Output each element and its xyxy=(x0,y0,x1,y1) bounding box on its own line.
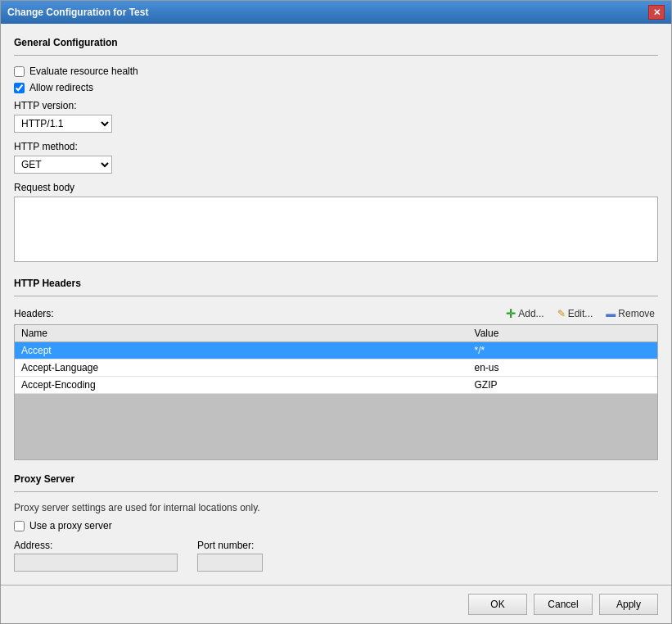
use-proxy-label: Use a proxy server xyxy=(29,520,112,531)
proxy-fields: Address: Port number: xyxy=(14,540,658,572)
dialog-window: Change Configuration for Test ✕ General … xyxy=(0,0,672,624)
table-header-row: Name Value xyxy=(15,325,657,342)
use-proxy-row: Use a proxy server xyxy=(14,520,658,531)
proxy-server-title: Proxy Server xyxy=(14,473,658,485)
table-row[interactable]: Accept-EncodingGZIP xyxy=(15,377,657,394)
table-empty-area xyxy=(15,394,657,459)
separator-proxy xyxy=(14,491,658,492)
headers-table: Name Value Accept*/*Accept-Languageen-us… xyxy=(15,325,657,394)
ok-button[interactable]: OK xyxy=(468,594,527,615)
header-value-cell: */* xyxy=(468,342,657,359)
col-value-header: Value xyxy=(468,325,657,342)
edit-header-button[interactable]: ✎ Edit... xyxy=(554,307,597,320)
header-value-cell: en-us xyxy=(468,359,657,377)
address-input[interactable] xyxy=(14,554,178,572)
evaluate-resource-health-checkbox[interactable] xyxy=(14,66,25,77)
header-name-cell: Accept xyxy=(15,342,468,359)
window-title: Change Configuration for Test xyxy=(7,7,148,18)
port-group: Port number: xyxy=(197,540,263,572)
address-label: Address: xyxy=(14,540,178,551)
cancel-button[interactable]: Cancel xyxy=(534,594,593,615)
bottom-bar: OK Cancel Apply xyxy=(1,585,671,623)
remove-header-button[interactable]: ▬ Remove xyxy=(602,307,658,320)
header-name-cell: Accept-Language xyxy=(15,359,468,377)
table-row[interactable]: Accept-Languageen-us xyxy=(15,359,657,377)
edit-icon: ✎ xyxy=(557,308,566,319)
http-headers-title: HTTP Headers xyxy=(14,278,658,289)
separator-general xyxy=(14,55,658,56)
http-method-select[interactable]: GET POST PUT DELETE HEAD OPTIONS xyxy=(14,156,112,174)
titlebar: Change Configuration for Test ✕ xyxy=(1,1,671,24)
general-config-section: General Configuration Evaluate resource … xyxy=(14,37,658,265)
table-row[interactable]: Accept*/* xyxy=(15,342,657,359)
http-method-label: HTTP method: xyxy=(14,141,658,152)
general-config-title: General Configuration xyxy=(14,37,658,48)
proxy-description: Proxy server settings are used for inter… xyxy=(14,502,658,513)
port-label: Port number: xyxy=(197,540,263,551)
http-version-label: HTTP version: xyxy=(14,100,658,111)
http-headers-section: HTTP Headers Headers: ✛ Add... ✎ Edit...… xyxy=(14,278,658,460)
proxy-server-section: Proxy Server Proxy server settings are u… xyxy=(14,473,658,572)
separator-headers xyxy=(14,296,658,296)
allow-redirects-row: Allow redirects xyxy=(14,82,658,93)
headers-table-wrapper: Name Value Accept*/*Accept-Languageen-us… xyxy=(14,324,658,460)
add-header-button[interactable]: ✛ Add... xyxy=(503,306,547,321)
http-version-select[interactable]: HTTP/1.1 HTTP/1.0 HTTP/2 xyxy=(14,115,112,133)
col-name-header: Name xyxy=(15,325,468,342)
request-body-label: Request body xyxy=(14,182,658,193)
close-button[interactable]: ✕ xyxy=(648,5,665,20)
use-proxy-checkbox[interactable] xyxy=(14,521,25,531)
evaluate-resource-health-row: Evaluate resource health xyxy=(14,66,658,77)
headers-toolbar: Headers: ✛ Add... ✎ Edit... ▬ Remove xyxy=(14,306,658,321)
evaluate-resource-health-label: Evaluate resource health xyxy=(29,66,138,77)
apply-button[interactable]: Apply xyxy=(599,594,658,615)
header-value-cell: GZIP xyxy=(468,377,657,394)
header-name-cell: Accept-Encoding xyxy=(15,377,468,394)
allow-redirects-checkbox[interactable] xyxy=(14,83,25,93)
headers-label: Headers: xyxy=(14,308,54,319)
allow-redirects-label: Allow redirects xyxy=(29,82,93,93)
request-body-textarea[interactable] xyxy=(14,197,658,262)
remove-icon: ▬ xyxy=(606,308,616,319)
scroll-area[interactable]: General Configuration Evaluate resource … xyxy=(1,24,671,585)
content-area: General Configuration Evaluate resource … xyxy=(1,24,671,623)
add-icon: ✛ xyxy=(506,307,516,320)
port-input[interactable] xyxy=(197,554,263,572)
address-group: Address: xyxy=(14,540,178,572)
